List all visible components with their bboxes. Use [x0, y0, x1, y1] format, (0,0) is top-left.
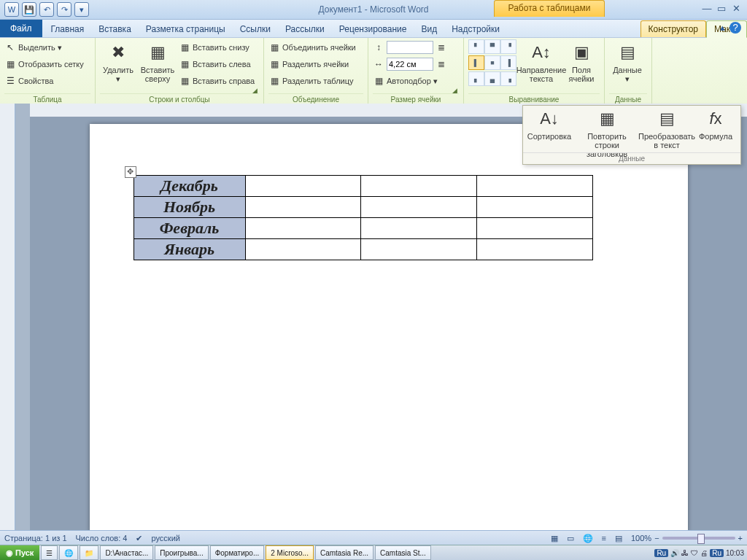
taskbar-app-button[interactable]: Проигрыва... — [155, 545, 208, 560]
view-draft-icon[interactable]: ▤ — [615, 534, 622, 543]
col-width-field[interactable]: ↔≣ — [373, 56, 447, 72]
dialog-launcher-icon[interactable]: ◢ — [452, 87, 457, 94]
vertical-ruler[interactable] — [0, 104, 15, 531]
status-page[interactable]: Страница: 1 из 1 — [4, 534, 67, 542]
tab-table-design[interactable]: Конструктор — [640, 20, 706, 37]
help-icon[interactable]: ? — [729, 22, 741, 34]
quicklaunch-icon[interactable]: ☰ — [41, 545, 58, 560]
tray-clock[interactable]: 10:03 — [726, 549, 744, 557]
close-button[interactable]: ✕ — [729, 3, 743, 14]
tray-icon[interactable]: 🖨 — [700, 549, 708, 557]
table-cell[interactable]: Декабрь — [133, 176, 245, 197]
align-ml[interactable]: ▌ — [468, 55, 484, 70]
zoom-slider[interactable] — [662, 537, 735, 540]
tab-references[interactable]: Ссылки — [233, 21, 278, 37]
tab-file[interactable]: Файл — [0, 20, 42, 37]
align-bl[interactable]: ▖ — [468, 71, 484, 86]
split-cells-button[interactable]: ▦Разделить ячейки — [268, 56, 356, 72]
properties-button[interactable]: ☰Свойства — [4, 73, 84, 89]
save-icon[interactable]: 💾 — [22, 2, 36, 17]
insert-below-button[interactable]: ▦Вставить снизу — [179, 39, 255, 55]
view-web-icon[interactable]: 🌐 — [583, 534, 593, 543]
view-reading-icon[interactable]: ▭ — [567, 534, 574, 543]
table-cell[interactable]: Февраль — [133, 218, 245, 239]
table-cell[interactable] — [361, 197, 477, 218]
quicklaunch-icon[interactable]: 📁 — [80, 545, 98, 560]
table-cell[interactable]: Ноябрь — [133, 197, 245, 218]
view-gridlines-button[interactable]: ▦Отобразить сетку — [4, 56, 84, 72]
autofit-button[interactable]: ▦Автоподбор ▾ — [373, 73, 447, 89]
tab-review[interactable]: Рецензирование — [332, 21, 414, 37]
taskbar-app-button[interactable]: Форматиро... — [210, 545, 265, 560]
table-cell[interactable]: Январь — [133, 239, 245, 260]
taskbar-app-button[interactable]: D:\Анастас... — [100, 545, 153, 560]
quicklaunch-icon[interactable]: 🌐 — [59, 545, 78, 560]
taskbar-app-button[interactable]: Camtasia Re... — [315, 545, 374, 560]
select-button[interactable]: ↖Выделить ▾ — [4, 39, 84, 55]
row-height-field[interactable]: ↕≣ — [373, 39, 447, 55]
status-language[interactable]: русский — [151, 534, 179, 542]
table-cell[interactable] — [476, 197, 592, 218]
minimize-button[interactable]: — — [700, 3, 713, 14]
table-cell[interactable] — [476, 239, 592, 260]
align-bc[interactable]: ▄ — [484, 71, 500, 86]
zoom-out-button[interactable]: − — [654, 534, 659, 542]
view-print-layout-icon[interactable]: ▦ — [551, 534, 558, 543]
table-cell[interactable] — [476, 218, 592, 239]
data-dropdown-button[interactable]: ▤Данные▾ — [609, 39, 646, 83]
align-tl[interactable]: ▘ — [468, 39, 484, 54]
split-table-button[interactable]: ▦Разделить таблицу — [268, 73, 356, 89]
align-mr[interactable]: ▐ — [500, 55, 516, 70]
view-outline-icon[interactable]: ≡ — [602, 534, 606, 542]
distribute-rows-icon[interactable]: ≣ — [436, 42, 447, 53]
merge-cells-button[interactable]: ▦Объединить ячейки — [268, 39, 356, 55]
table-cell[interactable] — [361, 176, 477, 197]
tab-insert[interactable]: Вставка — [91, 21, 139, 37]
align-mc[interactable]: ■ — [484, 55, 500, 70]
table-cell[interactable] — [245, 239, 361, 260]
insert-left-button[interactable]: ▦Вставить слева — [179, 56, 255, 72]
delete-button[interactable]: ✖ Удалить▾ — [100, 39, 136, 83]
distribute-cols-icon[interactable]: ≣ — [436, 58, 447, 70]
dialog-launcher-icon[interactable]: ◢ — [252, 87, 258, 94]
text-direction-button[interactable]: A↕Направление текста — [519, 39, 563, 83]
table-cell[interactable] — [245, 176, 361, 197]
maximize-button[interactable]: ▭ — [715, 3, 728, 14]
tray-icon[interactable]: 🔊 — [670, 549, 679, 557]
page-scroll-area[interactable]: ✥ Декабрь Ноябрь Февраль Январь — [30, 117, 747, 531]
align-br[interactable]: ▗ — [500, 71, 516, 86]
table-cell[interactable] — [361, 239, 477, 260]
zoom-thumb[interactable] — [697, 534, 705, 544]
row-height-input[interactable] — [387, 41, 433, 54]
document-table[interactable]: Декабрь Ноябрь Февраль Январь — [133, 175, 593, 260]
taskbar-app-button[interactable]: 2 Microso... — [266, 545, 314, 560]
tray-icon[interactable]: 🖧 — [681, 549, 689, 557]
zoom-in-button[interactable]: + — [738, 534, 743, 542]
word-app-icon[interactable]: W — [4, 2, 19, 17]
table-cell[interactable] — [245, 197, 361, 218]
taskbar-app-button[interactable]: Camtasia St... — [375, 545, 431, 560]
qat-more-icon[interactable]: ▾ — [74, 2, 89, 17]
tab-mailings[interactable]: Рассылки — [278, 21, 332, 37]
table-cell[interactable] — [245, 218, 361, 239]
start-button[interactable]: ◉ Пуск — [0, 545, 39, 560]
tab-addins[interactable]: Надстройки — [444, 21, 507, 37]
zoom-level[interactable]: 100% — [631, 534, 651, 542]
table-cell[interactable] — [361, 218, 477, 239]
col-width-input[interactable] — [387, 58, 433, 71]
align-tr[interactable]: ▝ — [500, 39, 516, 54]
status-proofing-icon[interactable]: ✔ — [136, 534, 142, 543]
table-cell[interactable] — [476, 176, 592, 197]
redo-icon[interactable]: ↷ — [57, 2, 71, 17]
tab-view[interactable]: Вид — [414, 21, 444, 37]
undo-icon[interactable]: ↶ — [39, 2, 54, 17]
insert-above-button[interactable]: ▦ Вставить сверху — [139, 39, 176, 83]
tab-page-layout[interactable]: Разметка страницы — [139, 21, 233, 37]
tray-language-2[interactable]: Ru — [710, 549, 724, 557]
align-tc[interactable]: ▀ — [484, 39, 500, 54]
tray-icon[interactable]: 🛡 — [691, 549, 698, 557]
tray-language[interactable]: Ru — [654, 549, 668, 557]
status-word-count[interactable]: Число слов: 4 — [76, 534, 128, 542]
table-move-handle[interactable]: ✥ — [125, 166, 136, 178]
document-page[interactable]: ✥ Декабрь Ноябрь Февраль Январь — [90, 124, 688, 531]
